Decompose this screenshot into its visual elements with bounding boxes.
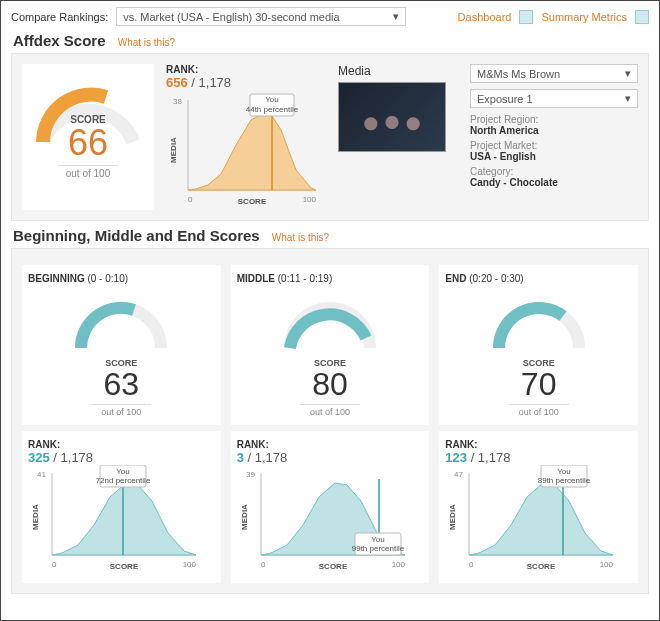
market-value: USA - English: [470, 151, 638, 162]
affdex-what-link[interactable]: What is this?: [118, 37, 175, 48]
svg-text:You: You: [558, 467, 572, 476]
svg-text:100: 100: [183, 560, 197, 569]
media-thumbnail[interactable]: [338, 82, 446, 152]
score-value: 66: [68, 125, 108, 161]
svg-text:39: 39: [246, 470, 255, 479]
exposure-select[interactable]: Exposure 1▾: [470, 89, 638, 108]
svg-text:MEDIA: MEDIA: [448, 504, 457, 530]
bme-gauge: [270, 288, 390, 358]
affdex-title: Affdex Score What is this?: [13, 32, 649, 49]
rank-total: / 1,178: [188, 75, 231, 90]
y-label: MEDIA: [169, 137, 178, 163]
category-value: Candy - Chocolate: [470, 177, 638, 188]
rank-label: RANK:: [166, 64, 326, 75]
svg-text:0: 0: [52, 560, 57, 569]
dashboard-page: { "topbar": { "compare_label": "Compare …: [0, 0, 660, 621]
svg-text:You: You: [371, 535, 385, 544]
meta-column: M&Ms Ms Brown▾ Exposure 1▾ Project Regio…: [470, 64, 638, 210]
bme-rank-number: 325: [28, 450, 50, 465]
bme-rank-label: RANK:: [28, 439, 215, 450]
bme-rank-line: 123 / 1,178: [445, 450, 632, 465]
bme-rank-label: RANK:: [445, 439, 632, 450]
media-label: Media: [338, 64, 458, 78]
x-label: SCORE: [238, 197, 267, 206]
bme-score-value: 80: [237, 368, 424, 400]
bme-score-card: MIDDLE (0:11 - 0:19) SCORE 80 out of 100: [231, 265, 430, 425]
svg-text:You: You: [116, 467, 130, 476]
category-label: Category:: [470, 166, 638, 177]
bme-gauge-row: BEGINNING (0 - 0:10) SCORE 63 out of 100…: [22, 265, 638, 425]
media-select[interactable]: M&Ms Ms Brown▾: [470, 64, 638, 83]
svg-text:99th percentile: 99th percentile: [351, 544, 404, 553]
y-max: 38: [173, 97, 182, 106]
affdex-rank-block: RANK: 656 / 1,178 You 44th percentile 38…: [166, 64, 326, 210]
score-outof: out of 100: [58, 165, 118, 179]
affdex-panel: SCORE 66 out of 100 RANK: 656 / 1,178 Yo…: [11, 53, 649, 221]
bme-rank-card: RANK: 325 / 1,178 You 72nd percentile 41…: [22, 431, 221, 583]
dashboard-link[interactable]: Dashboard: [458, 11, 512, 23]
rank-line: 656 / 1,178: [166, 75, 326, 90]
bme-score-value: 63: [28, 368, 215, 400]
compare-select-value: vs. Market (USA - English) 30-second med…: [123, 11, 339, 23]
bme-rank-card: RANK: 3 / 1,178 You 99th percentile 39 0…: [231, 431, 430, 583]
svg-text:72nd percentile: 72nd percentile: [96, 476, 151, 485]
bme-panel: BEGINNING (0 - 0:10) SCORE 63 out of 100…: [11, 248, 649, 594]
tooltip-pct: 44th percentile: [246, 105, 299, 114]
svg-text:41: 41: [37, 470, 46, 479]
bme-rank-line: 3 / 1,178: [237, 450, 424, 465]
svg-text:MEDIA: MEDIA: [31, 504, 40, 530]
media-column: Media: [338, 64, 458, 210]
bme-distribution-chart: You 89th percentile 47 0 100 SCORE MEDIA: [445, 465, 625, 575]
dashboard-icon: [519, 10, 533, 24]
bme-score-card: BEGINNING (0 - 0:10) SCORE 63 out of 100: [22, 265, 221, 425]
bme-outof: out of 100: [509, 404, 569, 417]
svg-text:0: 0: [261, 560, 266, 569]
svg-text:MEDIA: MEDIA: [240, 504, 249, 530]
bme-rank-total: / 1,178: [50, 450, 93, 465]
svg-text:SCORE: SCORE: [318, 562, 347, 571]
svg-text:89th percentile: 89th percentile: [538, 476, 591, 485]
topbar: Compare Rankings: vs. Market (USA - Engl…: [11, 7, 649, 26]
svg-text:SCORE: SCORE: [527, 562, 556, 571]
bme-gauge: [479, 288, 599, 358]
market-label: Project Market:: [470, 140, 638, 151]
compare-select[interactable]: vs. Market (USA - English) 30-second med…: [116, 7, 406, 26]
bme-card-title: BEGINNING (0 - 0:10): [28, 273, 215, 284]
media-select-value: M&Ms Ms Brown: [477, 68, 560, 80]
chevron-down-icon: ▾: [625, 92, 631, 105]
svg-text:100: 100: [391, 560, 405, 569]
affdex-title-text: Affdex Score: [13, 32, 106, 49]
bme-card-title: MIDDLE (0:11 - 0:19): [237, 273, 424, 284]
bme-distribution-chart: You 99th percentile 39 0 100 SCORE MEDIA: [237, 465, 417, 575]
bme-title-text: Beginning, Middle and End Scores: [13, 227, 260, 244]
summary-metrics-link[interactable]: Summary Metrics: [541, 11, 627, 23]
svg-text:0: 0: [469, 560, 474, 569]
bme-rank-total: / 1,178: [244, 450, 287, 465]
svg-text:SCORE: SCORE: [110, 562, 139, 571]
tooltip-you: You: [265, 95, 279, 104]
chevron-down-icon: ▾: [393, 10, 399, 23]
svg-text:100: 100: [600, 560, 614, 569]
x-min: 0: [188, 195, 193, 204]
bme-outof: out of 100: [91, 404, 151, 417]
bme-outof: out of 100: [300, 404, 360, 417]
bme-rank-number: 123: [445, 450, 467, 465]
summary-metrics-icon: [635, 10, 649, 24]
bme-what-link[interactable]: What is this?: [272, 232, 329, 243]
x-max: 100: [303, 195, 317, 204]
bme-score-value: 70: [445, 368, 632, 400]
compare-label: Compare Rankings:: [11, 11, 108, 23]
bme-rank-card: RANK: 123 / 1,178 You 89th percentile 47…: [439, 431, 638, 583]
bme-rank-line: 325 / 1,178: [28, 450, 215, 465]
region-label: Project Region:: [470, 114, 638, 125]
region-value: North America: [470, 125, 638, 136]
bme-rank-number: 3: [237, 450, 244, 465]
rank-number: 656: [166, 75, 188, 90]
bme-rank-label: RANK:: [237, 439, 424, 450]
bme-rank-total: / 1,178: [467, 450, 510, 465]
bme-rank-row: RANK: 325 / 1,178 You 72nd percentile 41…: [22, 431, 638, 583]
bme-title: Beginning, Middle and End Scores What is…: [13, 227, 649, 244]
bme-gauge: [61, 288, 181, 358]
affdex-score-card: SCORE 66 out of 100: [22, 64, 154, 210]
chevron-down-icon: ▾: [625, 67, 631, 80]
